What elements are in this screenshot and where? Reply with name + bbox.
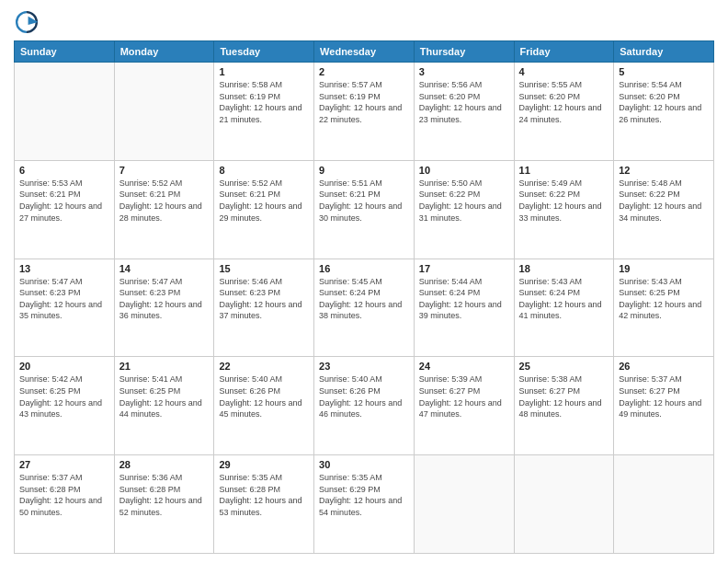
day-detail: Sunrise: 5:56 AMSunset: 6:20 PMDaylight:… <box>419 79 509 125</box>
day-detail: Sunrise: 5:47 AMSunset: 6:23 PMDaylight:… <box>119 276 210 322</box>
calendar-cell: 22Sunrise: 5:40 AMSunset: 6:26 PMDayligh… <box>214 357 314 455</box>
col-header-thursday: Thursday <box>414 41 514 63</box>
day-detail: Sunrise: 5:41 AMSunset: 6:25 PMDaylight:… <box>119 373 210 419</box>
calendar-cell: 8Sunrise: 5:52 AMSunset: 6:21 PMDaylight… <box>214 160 314 259</box>
day-detail: Sunrise: 5:50 AMSunset: 6:22 PMDaylight:… <box>419 178 509 224</box>
col-header-friday: Friday <box>514 41 614 63</box>
calendar-cell: 26Sunrise: 5:37 AMSunset: 6:27 PMDayligh… <box>614 357 714 455</box>
day-detail: Sunrise: 5:45 AMSunset: 6:24 PMDaylight:… <box>319 276 409 322</box>
day-number: 15 <box>219 263 309 274</box>
day-number: 10 <box>419 165 509 176</box>
day-detail: Sunrise: 5:44 AMSunset: 6:24 PMDaylight:… <box>419 276 509 322</box>
day-number: 2 <box>319 66 409 77</box>
day-detail: Sunrise: 5:47 AMSunset: 6:23 PMDaylight:… <box>19 276 109 322</box>
day-number: 6 <box>19 165 109 176</box>
day-number: 1 <box>219 66 309 77</box>
col-header-saturday: Saturday <box>614 41 714 63</box>
day-number: 30 <box>319 459 409 470</box>
day-detail: Sunrise: 5:49 AMSunset: 6:22 PMDaylight:… <box>519 178 609 224</box>
day-detail: Sunrise: 5:57 AMSunset: 6:19 PMDaylight:… <box>319 79 409 125</box>
day-detail: Sunrise: 5:37 AMSunset: 6:28 PMDaylight:… <box>19 472 109 518</box>
day-detail: Sunrise: 5:40 AMSunset: 6:26 PMDaylight:… <box>319 373 409 419</box>
day-number: 13 <box>19 263 109 274</box>
calendar-cell: 19Sunrise: 5:43 AMSunset: 6:25 PMDayligh… <box>614 259 714 357</box>
day-detail: Sunrise: 5:39 AMSunset: 6:27 PMDaylight:… <box>419 373 509 419</box>
day-number: 11 <box>519 165 609 176</box>
calendar-cell: 28Sunrise: 5:36 AMSunset: 6:28 PMDayligh… <box>114 455 214 554</box>
day-number: 18 <box>519 263 609 274</box>
calendar-cell: 17Sunrise: 5:44 AMSunset: 6:24 PMDayligh… <box>414 259 514 357</box>
calendar-cell: 15Sunrise: 5:46 AMSunset: 6:23 PMDayligh… <box>214 259 314 357</box>
calendar-cell <box>614 455 714 554</box>
calendar-cell: 3Sunrise: 5:56 AMSunset: 6:20 PMDaylight… <box>414 63 514 161</box>
day-detail: Sunrise: 5:38 AMSunset: 6:27 PMDaylight:… <box>519 373 609 419</box>
logo <box>14 9 43 35</box>
calendar-cell: 7Sunrise: 5:52 AMSunset: 6:21 PMDaylight… <box>114 160 214 259</box>
day-detail: Sunrise: 5:51 AMSunset: 6:21 PMDaylight:… <box>319 178 409 224</box>
day-number: 21 <box>119 361 210 372</box>
day-detail: Sunrise: 5:35 AMSunset: 6:28 PMDaylight:… <box>219 472 309 518</box>
day-detail: Sunrise: 5:35 AMSunset: 6:29 PMDaylight:… <box>319 472 409 518</box>
day-detail: Sunrise: 5:54 AMSunset: 6:20 PMDaylight:… <box>619 79 709 125</box>
day-detail: Sunrise: 5:48 AMSunset: 6:22 PMDaylight:… <box>619 178 709 224</box>
calendar-cell <box>114 63 214 161</box>
day-detail: Sunrise: 5:43 AMSunset: 6:25 PMDaylight:… <box>619 276 709 322</box>
day-detail: Sunrise: 5:55 AMSunset: 6:20 PMDaylight:… <box>519 79 609 125</box>
calendar-cell: 14Sunrise: 5:47 AMSunset: 6:23 PMDayligh… <box>114 259 214 357</box>
day-number: 5 <box>619 66 709 77</box>
calendar-cell: 4Sunrise: 5:55 AMSunset: 6:20 PMDaylight… <box>514 63 614 161</box>
calendar-cell: 16Sunrise: 5:45 AMSunset: 6:24 PMDayligh… <box>314 259 415 357</box>
day-number: 12 <box>619 165 709 176</box>
day-number: 22 <box>219 361 309 372</box>
day-number: 14 <box>119 263 210 274</box>
calendar-cell: 12Sunrise: 5:48 AMSunset: 6:22 PMDayligh… <box>614 160 714 259</box>
day-detail: Sunrise: 5:52 AMSunset: 6:21 PMDaylight:… <box>219 178 309 224</box>
day-number: 25 <box>519 361 609 372</box>
calendar-cell <box>514 455 614 554</box>
calendar-cell: 5Sunrise: 5:54 AMSunset: 6:20 PMDaylight… <box>614 63 714 161</box>
col-header-sunday: Sunday <box>15 41 115 63</box>
calendar-cell: 2Sunrise: 5:57 AMSunset: 6:19 PMDaylight… <box>314 63 415 161</box>
day-number: 3 <box>419 66 509 77</box>
calendar-cell: 29Sunrise: 5:35 AMSunset: 6:28 PMDayligh… <box>214 455 314 554</box>
day-number: 27 <box>19 459 109 470</box>
day-number: 23 <box>319 361 409 372</box>
calendar-cell: 13Sunrise: 5:47 AMSunset: 6:23 PMDayligh… <box>15 259 115 357</box>
day-detail: Sunrise: 5:46 AMSunset: 6:23 PMDaylight:… <box>219 276 309 322</box>
day-detail: Sunrise: 5:53 AMSunset: 6:21 PMDaylight:… <box>19 178 109 224</box>
day-number: 16 <box>319 263 409 274</box>
day-number: 20 <box>19 361 109 372</box>
calendar-cell <box>15 63 115 161</box>
calendar-cell: 21Sunrise: 5:41 AMSunset: 6:25 PMDayligh… <box>114 357 214 455</box>
day-number: 19 <box>619 263 709 274</box>
day-number: 29 <box>219 459 309 470</box>
day-detail: Sunrise: 5:36 AMSunset: 6:28 PMDaylight:… <box>119 472 210 518</box>
col-header-tuesday: Tuesday <box>214 41 314 63</box>
calendar-cell: 11Sunrise: 5:49 AMSunset: 6:22 PMDayligh… <box>514 160 614 259</box>
day-number: 24 <box>419 361 509 372</box>
day-number: 17 <box>419 263 509 274</box>
day-detail: Sunrise: 5:42 AMSunset: 6:25 PMDaylight:… <box>19 373 109 419</box>
calendar-cell: 9Sunrise: 5:51 AMSunset: 6:21 PMDaylight… <box>314 160 415 259</box>
col-header-wednesday: Wednesday <box>314 41 415 63</box>
calendar-cell: 30Sunrise: 5:35 AMSunset: 6:29 PMDayligh… <box>314 455 415 554</box>
day-detail: Sunrise: 5:52 AMSunset: 6:21 PMDaylight:… <box>119 178 210 224</box>
day-detail: Sunrise: 5:37 AMSunset: 6:27 PMDaylight:… <box>619 373 709 419</box>
calendar-cell: 24Sunrise: 5:39 AMSunset: 6:27 PMDayligh… <box>414 357 514 455</box>
calendar-cell: 6Sunrise: 5:53 AMSunset: 6:21 PMDaylight… <box>15 160 115 259</box>
calendar-cell: 1Sunrise: 5:58 AMSunset: 6:19 PMDaylight… <box>214 63 314 161</box>
calendar-cell: 20Sunrise: 5:42 AMSunset: 6:25 PMDayligh… <box>15 357 115 455</box>
calendar-table: SundayMondayTuesdayWednesdayThursdayFrid… <box>14 40 714 554</box>
day-number: 4 <box>519 66 609 77</box>
day-detail: Sunrise: 5:43 AMSunset: 6:24 PMDaylight:… <box>519 276 609 322</box>
calendar-cell: 23Sunrise: 5:40 AMSunset: 6:26 PMDayligh… <box>314 357 415 455</box>
calendar-cell: 25Sunrise: 5:38 AMSunset: 6:27 PMDayligh… <box>514 357 614 455</box>
calendar-cell <box>414 455 514 554</box>
calendar-cell: 10Sunrise: 5:50 AMSunset: 6:22 PMDayligh… <box>414 160 514 259</box>
day-number: 28 <box>119 459 210 470</box>
day-number: 26 <box>619 361 709 372</box>
col-header-monday: Monday <box>114 41 214 63</box>
day-number: 9 <box>319 165 409 176</box>
day-number: 7 <box>119 165 210 176</box>
calendar-cell: 18Sunrise: 5:43 AMSunset: 6:24 PMDayligh… <box>514 259 614 357</box>
